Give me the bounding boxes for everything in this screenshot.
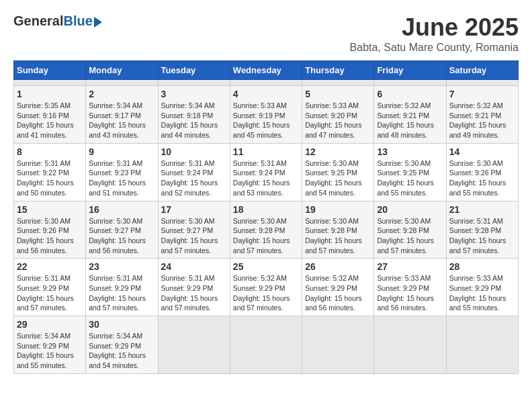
calendar-cell: 10Sunrise: 5:31 AM Sunset: 9:24 PM Dayli… — [158, 143, 230, 201]
day-number: 19 — [305, 204, 371, 215]
calendar-cell: 8Sunrise: 5:31 AM Sunset: 9:22 PM Daylig… — [14, 143, 86, 201]
day-number: 20 — [377, 204, 443, 215]
header: General Blue June 2025 Babta, Satu Mare … — [13, 13, 519, 54]
day-number: 28 — [449, 261, 515, 272]
weekday-header-sunday: Sunday — [14, 61, 86, 80]
day-number: 7 — [449, 89, 515, 99]
location-title: Babta, Satu Mare County, Romania — [350, 42, 519, 54]
day-number: 17 — [161, 204, 227, 215]
day-info: Sunrise: 5:31 AM Sunset: 9:29 PM Dayligh… — [17, 273, 83, 313]
calendar-week-row: 1Sunrise: 5:35 AM Sunset: 9:16 PM Daylig… — [14, 86, 519, 144]
calendar-header-row: SundayMondayTuesdayWednesdayThursdayFrid… — [14, 61, 519, 80]
calendar-cell: 3Sunrise: 5:34 AM Sunset: 9:18 PM Daylig… — [158, 86, 230, 144]
calendar-cell: 11Sunrise: 5:31 AM Sunset: 9:24 PM Dayli… — [230, 143, 302, 201]
day-info: Sunrise: 5:31 AM Sunset: 9:23 PM Dayligh… — [89, 158, 154, 198]
weekday-header-friday: Friday — [374, 61, 446, 80]
weekday-header-saturday: Saturday — [446, 61, 518, 80]
day-info: Sunrise: 5:31 AM Sunset: 9:29 PM Dayligh… — [89, 273, 154, 313]
day-number: 29 — [17, 319, 83, 330]
logo-general-text: General — [13, 13, 63, 29]
calendar-cell: 15Sunrise: 5:30 AM Sunset: 9:26 PM Dayli… — [14, 201, 86, 259]
day-info: Sunrise: 5:30 AM Sunset: 9:25 PM Dayligh… — [305, 158, 371, 198]
calendar-cell: 6Sunrise: 5:32 AM Sunset: 9:21 PM Daylig… — [374, 86, 446, 144]
calendar-cell: 27Sunrise: 5:33 AM Sunset: 9:29 PM Dayli… — [374, 259, 446, 316]
day-info: Sunrise: 5:32 AM Sunset: 9:21 PM Dayligh… — [377, 101, 443, 140]
day-info: Sunrise: 5:34 AM Sunset: 9:29 PM Dayligh… — [89, 331, 154, 371]
day-number: 18 — [233, 204, 299, 215]
weekday-header-wednesday: Wednesday — [230, 61, 302, 80]
calendar-cell: 19Sunrise: 5:30 AM Sunset: 9:28 PM Dayli… — [302, 201, 374, 259]
calendar-cell: 29Sunrise: 5:34 AM Sunset: 9:29 PM Dayli… — [14, 316, 86, 374]
day-info: Sunrise: 5:33 AM Sunset: 9:29 PM Dayligh… — [449, 273, 515, 313]
day-info: Sunrise: 5:31 AM Sunset: 9:24 PM Dayligh… — [233, 158, 299, 198]
day-number: 22 — [17, 261, 83, 272]
day-number: 24 — [161, 261, 227, 272]
day-info: Sunrise: 5:30 AM Sunset: 9:28 PM Dayligh… — [377, 216, 443, 256]
calendar-cell: 25Sunrise: 5:32 AM Sunset: 9:29 PM Dayli… — [230, 259, 302, 316]
calendar-cell: 12Sunrise: 5:30 AM Sunset: 9:25 PM Dayli… — [302, 143, 374, 201]
day-number: 6 — [377, 89, 443, 99]
calendar-cell — [230, 80, 302, 86]
calendar-cell — [230, 316, 302, 374]
day-info: Sunrise: 5:34 AM Sunset: 9:29 PM Dayligh… — [17, 331, 83, 371]
day-number: 16 — [89, 204, 154, 215]
calendar-week-row: 8Sunrise: 5:31 AM Sunset: 9:22 PM Daylig… — [14, 143, 519, 201]
weekday-header-monday: Monday — [86, 61, 158, 80]
calendar-cell: 30Sunrise: 5:34 AM Sunset: 9:29 PM Dayli… — [86, 316, 158, 374]
day-info: Sunrise: 5:33 AM Sunset: 9:19 PM Dayligh… — [233, 101, 299, 140]
day-info: Sunrise: 5:31 AM Sunset: 9:29 PM Dayligh… — [161, 273, 227, 313]
logo-arrow-icon — [94, 17, 102, 28]
day-info: Sunrise: 5:33 AM Sunset: 9:20 PM Dayligh… — [305, 101, 371, 140]
calendar-week-row: 15Sunrise: 5:30 AM Sunset: 9:26 PM Dayli… — [14, 201, 519, 259]
calendar-cell — [14, 80, 86, 86]
day-number: 4 — [233, 89, 299, 99]
day-number: 30 — [89, 319, 154, 330]
day-info: Sunrise: 5:34 AM Sunset: 9:18 PM Dayligh… — [161, 101, 227, 140]
calendar-cell: 13Sunrise: 5:30 AM Sunset: 9:25 PM Dayli… — [374, 143, 446, 201]
calendar-cell: 26Sunrise: 5:32 AM Sunset: 9:29 PM Dayli… — [302, 259, 374, 316]
day-number: 12 — [305, 146, 371, 157]
day-number: 25 — [233, 261, 299, 272]
day-info: Sunrise: 5:35 AM Sunset: 9:16 PM Dayligh… — [17, 101, 83, 140]
calendar-cell: 5Sunrise: 5:33 AM Sunset: 9:20 PM Daylig… — [302, 86, 374, 144]
day-info: Sunrise: 5:31 AM Sunset: 9:24 PM Dayligh… — [161, 158, 227, 198]
day-info: Sunrise: 5:30 AM Sunset: 9:26 PM Dayligh… — [17, 216, 83, 256]
day-number: 14 — [449, 146, 515, 157]
calendar-cell: 24Sunrise: 5:31 AM Sunset: 9:29 PM Dayli… — [158, 259, 230, 316]
calendar-cell: 1Sunrise: 5:35 AM Sunset: 9:16 PM Daylig… — [14, 86, 86, 144]
calendar-cell — [446, 80, 518, 86]
day-number: 2 — [89, 89, 154, 99]
calendar-cell: 23Sunrise: 5:31 AM Sunset: 9:29 PM Dayli… — [86, 259, 158, 316]
calendar-cell: 9Sunrise: 5:31 AM Sunset: 9:23 PM Daylig… — [86, 143, 158, 201]
day-number: 23 — [89, 261, 154, 272]
day-number: 3 — [161, 89, 227, 99]
day-info: Sunrise: 5:32 AM Sunset: 9:29 PM Dayligh… — [305, 273, 371, 313]
day-number: 26 — [305, 261, 371, 272]
calendar-cell — [158, 316, 230, 374]
day-info: Sunrise: 5:30 AM Sunset: 9:26 PM Dayligh… — [449, 158, 515, 198]
day-info: Sunrise: 5:34 AM Sunset: 9:17 PM Dayligh… — [89, 101, 154, 140]
day-number: 21 — [449, 204, 515, 215]
calendar-cell: 2Sunrise: 5:34 AM Sunset: 9:17 PM Daylig… — [86, 86, 158, 144]
day-info: Sunrise: 5:33 AM Sunset: 9:29 PM Dayligh… — [377, 273, 443, 313]
day-info: Sunrise: 5:32 AM Sunset: 9:29 PM Dayligh… — [233, 273, 299, 313]
calendar-cell — [86, 80, 158, 86]
day-info: Sunrise: 5:31 AM Sunset: 9:22 PM Dayligh… — [17, 158, 83, 198]
day-info: Sunrise: 5:30 AM Sunset: 9:25 PM Dayligh… — [377, 158, 443, 198]
weekday-header-tuesday: Tuesday — [158, 61, 230, 80]
weekday-header-thursday: Thursday — [302, 61, 374, 80]
calendar-cell: 14Sunrise: 5:30 AM Sunset: 9:26 PM Dayli… — [446, 143, 518, 201]
calendar-cell: 18Sunrise: 5:30 AM Sunset: 9:28 PM Dayli… — [230, 201, 302, 259]
calendar-cell: 22Sunrise: 5:31 AM Sunset: 9:29 PM Dayli… — [14, 259, 86, 316]
calendar-week-row: 22Sunrise: 5:31 AM Sunset: 9:29 PM Dayli… — [14, 259, 519, 316]
logo: General Blue — [13, 13, 102, 29]
calendar-cell: 17Sunrise: 5:30 AM Sunset: 9:27 PM Dayli… — [158, 201, 230, 259]
calendar-cell — [374, 80, 446, 86]
day-number: 10 — [161, 146, 227, 157]
title-area: June 2025 Babta, Satu Mare County, Roman… — [350, 13, 519, 54]
day-info: Sunrise: 5:30 AM Sunset: 9:27 PM Dayligh… — [161, 216, 227, 256]
day-info: Sunrise: 5:30 AM Sunset: 9:28 PM Dayligh… — [305, 216, 371, 256]
calendar-week-row — [14, 80, 519, 86]
calendar-cell: 20Sunrise: 5:30 AM Sunset: 9:28 PM Dayli… — [374, 201, 446, 259]
day-number: 9 — [89, 146, 154, 157]
